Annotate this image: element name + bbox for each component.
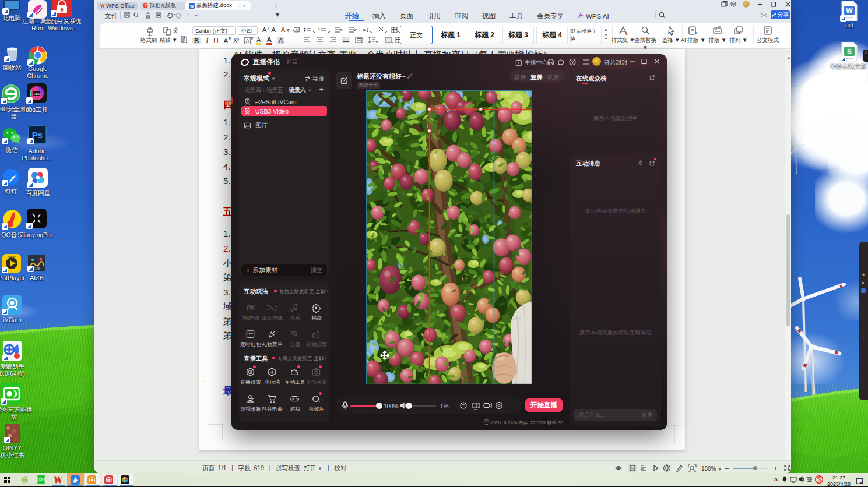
svg-text:PK: PK (247, 305, 255, 311)
svg-text:W: W (190, 3, 194, 8)
svg-text:AIZB: AIZB (33, 267, 40, 270)
svg-text:1: 1 (318, 27, 320, 30)
svg-text:e: e (60, 6, 64, 13)
svg-text:Player: Player (8, 256, 16, 259)
svg-text:A: A (363, 27, 366, 33)
svg-text:S: S (847, 48, 852, 56)
svg-text:W: W (846, 7, 853, 15)
svg-text:OBS: OBS (34, 92, 40, 96)
